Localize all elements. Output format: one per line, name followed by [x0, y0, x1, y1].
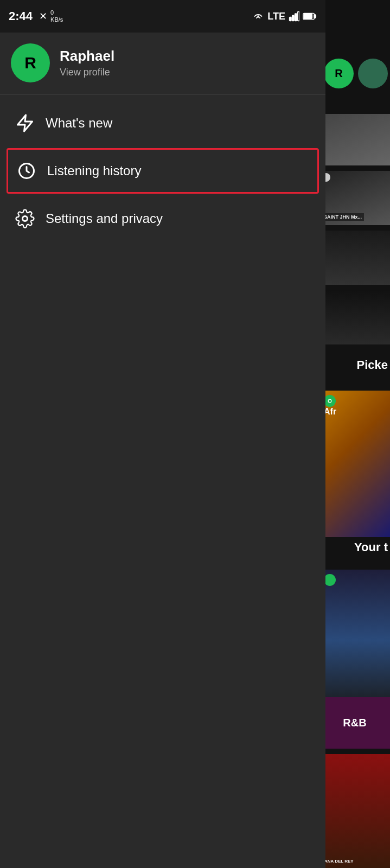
album-thumb-1	[319, 114, 390, 165]
svg-point-10	[23, 216, 28, 221]
right-avatar-r: R	[324, 59, 354, 88]
data-rate: 0 KB/s	[50, 9, 63, 23]
your-top-thumb	[319, 570, 390, 711]
picks-label: Picke	[357, 358, 388, 372]
whats-new-item[interactable]: What's new	[0, 100, 325, 146]
wifi-icon	[252, 10, 264, 22]
right-avatars-row: R	[319, 54, 390, 93]
rnb-thumb: R&B	[319, 697, 390, 749]
gear-icon	[13, 207, 37, 231]
profile-info: Raphael View profile	[60, 48, 114, 78]
svg-rect-8	[314, 15, 316, 18]
picks-thumb: Afr	[319, 391, 390, 537]
view-profile-label: View profile	[60, 67, 114, 78]
your-label: Your t	[354, 540, 388, 554]
battery-icon	[303, 12, 317, 21]
album-thumb-2: SAINT JHN Mx...	[319, 171, 390, 225]
svg-rect-3	[292, 15, 294, 21]
whats-new-label: What's new	[46, 116, 112, 131]
listening-history-label: Listening history	[47, 163, 141, 178]
x-icon: ✕	[39, 10, 47, 22]
menu-overlay: 2:44 ✕ 0 KB/s LTE	[0, 0, 325, 868]
status-right-icons: LTE	[252, 10, 317, 22]
avatar: R	[11, 43, 50, 82]
avatar-initial: R	[24, 54, 36, 72]
gear-svg	[15, 209, 35, 228]
spotify-dot-your	[324, 574, 336, 586]
profile-name: Raphael	[60, 48, 114, 65]
settings-privacy-label: Settings and privacy	[46, 211, 163, 226]
lightning-svg	[15, 113, 35, 133]
settings-privacy-item[interactable]: Settings and privacy	[0, 196, 325, 241]
history-icon	[15, 159, 39, 183]
listening-history-item[interactable]: Listening history	[7, 148, 319, 194]
signal-icon	[289, 11, 299, 22]
svg-point-0	[328, 399, 331, 403]
status-bar: 2:44 ✕ 0 KB/s LTE	[0, 0, 325, 33]
rnb-label: R&B	[343, 717, 366, 729]
spotify-dot-picks	[324, 395, 336, 407]
afro-label: Afr	[324, 407, 336, 417]
album-thumb-3	[319, 231, 390, 285]
album-thumb-4	[319, 290, 390, 344]
menu-items-list: What's new Listening history Settings an…	[0, 95, 325, 247]
lana-label: LANA DEL REY	[322, 859, 354, 864]
lte-label: LTE	[267, 11, 285, 22]
svg-rect-7	[304, 14, 312, 18]
right-avatar-g	[358, 59, 388, 88]
status-time: 2:44	[9, 9, 33, 23]
svg-rect-5	[298, 12, 299, 21]
svg-rect-2	[290, 17, 291, 21]
lana-thumb: LANA DEL REY	[319, 754, 390, 868]
right-content-panel: R SAINT JHN Mx... Picke Afr	[319, 0, 390, 868]
history-svg	[17, 161, 36, 181]
saint-label: SAINT JHN Mx...	[322, 213, 364, 221]
svg-rect-4	[295, 14, 297, 21]
lightning-icon	[13, 111, 37, 135]
